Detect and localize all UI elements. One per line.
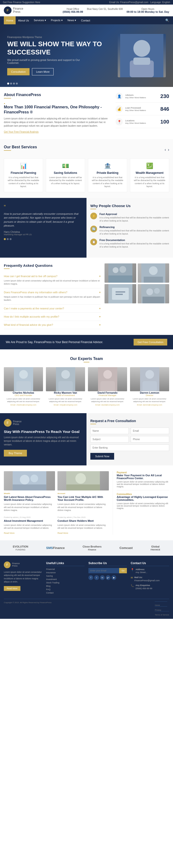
googleplus-icon[interactable]: g+ <box>106 575 110 580</box>
top-bar-language[interactable]: Language: English <box>150 1 170 4</box>
why-item-free-docs: 📋 Free Documentation It is a long establ… <box>90 239 169 248</box>
svg-rect-13 <box>115 291 125 292</box>
logo[interactable]: F Finance Press <box>4 6 23 14</box>
footer-link-saving[interactable]: Saving <box>46 575 84 577</box>
footer-link-stock[interactable]: Stock Trading <box>46 582 84 584</box>
hero-buttons: Consultation Learn More <box>7 68 118 75</box>
name-input[interactable] <box>90 428 129 434</box>
svg-rect-27 <box>100 381 115 391</box>
footer-go-button[interactable]: Go <box>119 568 127 573</box>
blog-right-text-2: Lorem ipsum dolor sit amet consectetur a… <box>117 502 169 509</box>
t-dot-1[interactable] <box>4 238 6 240</box>
testimonial-author: Harry Christina <box>4 231 83 233</box>
twitter-icon[interactable]: t <box>94 575 99 580</box>
footer-enquiry-text: Any Enquiries (0566) 456-99-99 <box>136 584 152 590</box>
phone-input[interactable] <box>131 436 169 442</box>
footer-home-link[interactable]: Home <box>155 601 167 606</box>
faq-item-4[interactable]: How do I link multiple accounts with my … <box>4 313 101 321</box>
message-input[interactable] <box>90 444 169 451</box>
partner-global: GlobalFINANCE <box>151 545 160 551</box>
hero-dot-1[interactable] <box>7 83 9 85</box>
read-more-2[interactable]: Read More <box>58 532 68 534</box>
submit-button[interactable]: Submit Now <box>90 453 114 460</box>
team-role-4: Director <box>130 394 169 397</box>
hero-dot-4[interactable] <box>16 83 18 85</box>
nav-item-home[interactable]: Home <box>4 17 15 24</box>
footer-contact-title: Contact Us <box>131 561 169 566</box>
about-heading: More Than 1000 Financial Planners, One P… <box>4 105 111 115</box>
hero-dot-2[interactable] <box>10 83 12 85</box>
svg-rect-3 <box>133 58 150 65</box>
faq-item-5[interactable]: What kind of financial advice do you giv… <box>4 321 101 329</box>
hero-dot-3[interactable] <box>13 83 15 85</box>
team-email-1[interactable]: Email: charles@company.com <box>4 404 43 406</box>
why-item-refinancing: 🔄 Refinancing It is a long established t… <box>90 226 169 235</box>
t-dot-2[interactable] <box>7 238 9 240</box>
footer-link-financial[interactable]: Financial <box>46 568 84 570</box>
svg-point-16 <box>146 288 153 295</box>
chevron-down-icon-2: ▾ <box>99 291 101 294</box>
saving-solutions-title: Saving Solutions <box>49 171 82 175</box>
footer-link-faq[interactable]: FAQ <box>46 588 84 591</box>
services-next[interactable]: › <box>168 148 169 152</box>
nav-item-services[interactable]: Services ▾ <box>32 17 48 24</box>
services-prev[interactable]: ‹ <box>165 148 166 152</box>
footer-email-input[interactable] <box>89 568 119 573</box>
learn-more-button[interactable]: Learn More <box>32 68 54 75</box>
services-nav: ‹ › <box>165 148 169 152</box>
services-title-block: Our Best Services <box>4 145 37 155</box>
free-docs-content: Free Documentation It is a long establis… <box>100 239 169 248</box>
team-name-4: Darren Leemon <box>130 391 169 394</box>
testimonial-block: “ How to pursue pleasure rationally enco… <box>0 198 86 258</box>
facebook-icon[interactable]: f <box>89 575 93 580</box>
footer-link-investment[interactable]: Investment <box>46 578 84 581</box>
faq-image-grid <box>105 264 169 303</box>
footer-social: f t in g+ ▶ <box>89 575 127 580</box>
footer-link-insurance[interactable]: Insurance <box>46 571 84 574</box>
footer-link-blog[interactable]: Blog <box>46 585 84 587</box>
svg-point-5 <box>113 267 118 273</box>
header-address: Blue Navy Cen 51, Southville 608 <box>87 8 123 13</box>
linkedin-icon[interactable]: in <box>100 575 105 580</box>
blog-meta-1: Wealth <box>4 492 55 495</box>
advisors-label: AdvisorsAny Other Word Matters <box>125 94 158 99</box>
blog-image-2 <box>58 471 109 491</box>
footer-link-contact[interactable]: Contact <box>46 592 84 594</box>
footer-subscribe-form: Go <box>89 568 127 573</box>
logo-icon: F <box>4 6 11 14</box>
faq-item-2[interactable]: Does FinancePress share my information w… <box>4 288 101 305</box>
footer-logo-text: Finance Press <box>12 562 20 567</box>
about-link[interactable]: Get Your Free Financial Analysis <box>4 130 39 133</box>
read-more-1[interactable]: Read More <box>4 532 15 534</box>
faq-item-1[interactable]: How can I get financial aid to live off … <box>4 272 101 288</box>
partners-section: EVOLUTIONFUNDING SMSFinance Close Brothe… <box>0 540 173 556</box>
nav-items: Home About Us Services ▾ Projects ▾ News… <box>4 17 93 24</box>
footer-privacy-link[interactable]: Privacy <box>155 606 167 611</box>
team-email-2[interactable]: Email: ricky@company.com <box>46 404 85 406</box>
free-consultation-button[interactable]: Get Free Consultation <box>134 339 167 345</box>
nav-item-contact[interactable]: Contact <box>78 17 93 24</box>
nav-item-projects[interactable]: Projects ▾ <box>48 17 65 24</box>
email-input[interactable] <box>131 428 169 434</box>
consultation-button[interactable]: Consultation <box>7 68 30 75</box>
top-bar-suggestion[interactable]: Get Free Finance Suggestion Here <box>3 1 40 4</box>
footer-read-more-button[interactable]: Read More <box>4 586 21 591</box>
nav-item-about[interactable]: About Us <box>15 17 31 24</box>
faq-item-3[interactable]: Can I make a payments at the nearest you… <box>4 305 101 313</box>
search-icon[interactable]: 🔍 <box>165 19 169 22</box>
footer-terms-link[interactable]: Terms of Service <box>155 611 169 616</box>
team-photo-2 <box>46 367 85 391</box>
t-dot-3[interactable] <box>10 238 11 240</box>
buy-theme-button[interactable]: Buy Theme <box>4 450 27 457</box>
blog-right-category-2: Commodities <box>117 493 169 496</box>
team-email-4[interactable]: Email: darren@company.com <box>130 404 169 406</box>
subject-input[interactable] <box>90 436 129 442</box>
youtube-icon[interactable]: ▶ <box>111 575 116 580</box>
team-email-3[interactable]: Email: david@company.com <box>88 404 127 406</box>
footer-links-title: Usefull Links <box>46 561 84 566</box>
advisors-icon: 👤 <box>115 93 123 100</box>
svg-rect-18 <box>142 297 164 303</box>
team-photo-4 <box>130 367 169 391</box>
nav-item-news[interactable]: News ▾ <box>65 17 79 24</box>
team-role-1: CEO and Founder <box>4 394 43 397</box>
